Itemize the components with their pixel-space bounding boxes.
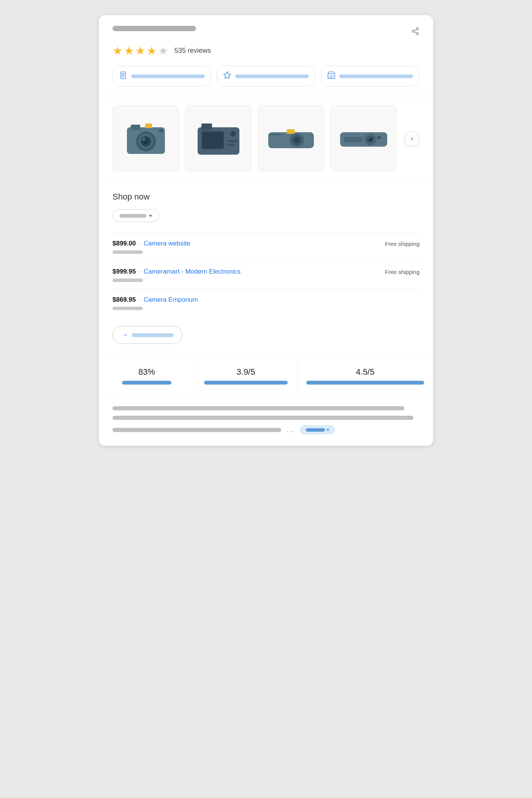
stat-rating: 3.9/5 [195, 356, 297, 395]
svg-point-19 [143, 138, 145, 141]
listing-3-top: $869.95 · Camera Emporium [112, 296, 420, 304]
filter-button[interactable]: ▾ [112, 209, 159, 222]
rating-section: ★ ★ ★ ★ ★ 535 reviews [99, 15, 433, 96]
svg-rect-14 [145, 124, 152, 128]
rating-row: ★ ★ ★ ★ ★ 535 reviews [112, 44, 420, 57]
expand-chevron-icon: ▾ [327, 427, 329, 432]
store-icon [327, 71, 336, 81]
product-title-bar [112, 26, 196, 31]
listing-1-sub [112, 250, 143, 254]
star-1: ★ [112, 44, 123, 57]
svg-rect-20 [159, 129, 163, 132]
listing-1-seller[interactable]: Camera website [144, 240, 190, 247]
svg-point-42 [377, 136, 381, 139]
shop-section: Shop now ▾ $899.00 · Camera website Free… [99, 181, 433, 356]
stat-recommend-value: 83% [108, 367, 185, 377]
gallery-item-2[interactable] [185, 105, 252, 172]
stat-recommend-bar [122, 381, 171, 385]
text-line-3 [112, 428, 281, 432]
listing-2-left: $999.95 · Cameramart - Modern Electronic… [112, 268, 241, 276]
text-line-1 [112, 406, 404, 410]
product-card: ★ ★ ★ ★ ★ 535 reviews [99, 15, 433, 446]
gallery-item-1[interactable] [112, 105, 179, 172]
listing-2-shipping: Free shipping [385, 269, 420, 275]
gallery-next-button[interactable]: › [404, 131, 420, 146]
more-sellers-button[interactable]: → [112, 326, 182, 344]
svg-rect-11 [330, 75, 332, 78]
text-line-3-row: ... ▾ [112, 425, 420, 434]
save-label-bar [235, 74, 309, 78]
listing-1-top: $899.00 · Camera website Free shipping [112, 240, 420, 247]
svg-rect-13 [131, 125, 140, 130]
star-rating: ★ ★ ★ ★ ★ [112, 44, 168, 57]
svg-rect-27 [227, 140, 238, 142]
svg-rect-35 [268, 134, 282, 135]
listing-1-left: $899.00 · Camera website [112, 240, 190, 247]
filter-chevron-icon: ▾ [149, 213, 152, 218]
svg-point-33 [294, 137, 300, 143]
svg-point-26 [231, 132, 235, 136]
filter-label-bar [120, 214, 146, 218]
stat-score-bar [306, 381, 424, 385]
listing-3-left: $869.95 · Camera Emporium [112, 296, 198, 304]
expand-label-bar [306, 428, 325, 432]
svg-line-4 [414, 29, 416, 30]
svg-rect-34 [287, 129, 295, 134]
text-section: ... ▾ [99, 396, 433, 446]
listing-3-sub [112, 307, 143, 310]
listing-1-shipping: Free shipping [385, 241, 420, 247]
review-count: 535 reviews [174, 47, 211, 55]
gallery-item-4[interactable] [330, 105, 397, 172]
text-line-2 [112, 416, 413, 420]
listing-2-sub [112, 279, 143, 282]
svg-line-3 [414, 32, 416, 33]
star-icon [223, 71, 231, 81]
listing-1-price: $899.00 [112, 240, 136, 247]
svg-rect-41 [344, 137, 363, 142]
star-4: ★ [147, 44, 157, 57]
svg-rect-22 [201, 124, 212, 130]
action-buttons-row [112, 66, 420, 87]
svg-rect-5 [121, 72, 126, 79]
listing-2-price: $999.95 [112, 268, 136, 276]
gallery-item-3[interactable] [258, 105, 324, 172]
listing-2: $999.95 · Cameramart - Modern Electronic… [112, 261, 420, 289]
svg-rect-28 [227, 144, 234, 146]
listing-2-seller[interactable]: Cameramart - Modern Electronics [144, 268, 241, 276]
svg-point-40 [369, 138, 370, 139]
share-icon[interactable] [411, 27, 420, 37]
stat-recommend: 83% [99, 356, 195, 395]
stat-rating-value: 3.9/5 [204, 367, 288, 377]
gallery-section: › [99, 96, 433, 181]
more-label-bar [132, 333, 174, 337]
listing-3-price: $869.95 [112, 296, 136, 304]
star-2: ★ [124, 44, 134, 57]
stats-section: 83% 3.9/5 4.5/5 [99, 356, 433, 396]
listing-2-top: $999.95 · Cameramart - Modern Electronic… [112, 268, 420, 276]
svg-rect-24 [202, 132, 223, 149]
save-button[interactable] [217, 66, 315, 87]
specs-label-bar [131, 74, 205, 78]
stat-rating-bar [204, 381, 288, 385]
star-3: ★ [135, 44, 146, 57]
store-label-bar [339, 74, 413, 78]
expand-button[interactable]: ▾ [300, 425, 335, 434]
specs-button[interactable] [112, 66, 211, 87]
specs-icon [119, 71, 127, 81]
more-arrow-icon: → [121, 331, 128, 339]
shop-title: Shop now [112, 192, 420, 202]
stat-score: 4.5/5 [297, 356, 433, 395]
svg-marker-9 [224, 72, 231, 78]
dots: ... [287, 426, 294, 434]
listing-3: $869.95 · Camera Emporium [112, 289, 420, 317]
gallery-images [112, 105, 398, 172]
stat-score-value: 4.5/5 [306, 367, 424, 377]
listing-3-seller[interactable]: Camera Emporium [144, 296, 198, 304]
star-5: ★ [158, 44, 168, 57]
store-button[interactable] [321, 66, 420, 87]
listing-1: $899.00 · Camera website Free shipping [112, 233, 420, 261]
